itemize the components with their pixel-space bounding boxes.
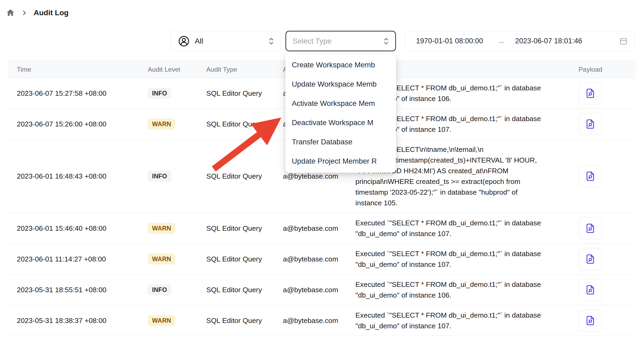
row-comment: Executed `"SELECT * FROM db_ui_demo.t1;"… [355, 244, 572, 274]
audit-level-badge: WARN [148, 119, 175, 130]
row-audit-type: SQL Editor Query [206, 172, 262, 180]
row-audit-type: SQL Editor Query [206, 317, 262, 325]
table-row: 2023-06-01 15:46:40 +08:00 WARN SQL Edit… [8, 213, 636, 244]
file-search-icon [585, 88, 596, 99]
row-audit-type: SQL Editor Query [206, 120, 262, 128]
type-dropdown-option[interactable]: Activate Workspace Mem [285, 94, 396, 113]
date-range-arrow-icon: → [497, 37, 505, 46]
partial-next-row [8, 336, 636, 339]
date-range-start[interactable]: 1970-01-01 08:00:00 [416, 37, 483, 45]
audit-level-badge: WARN [148, 315, 175, 326]
calendar-icon [619, 37, 628, 46]
payload-view-button[interactable] [579, 279, 602, 301]
row-comment: Executed `"SELECT * FROM db_ui_demo.t1;"… [355, 275, 572, 305]
type-dropdown-option[interactable]: Update Workspace Memb [285, 75, 396, 94]
row-actor: a@bytebase.com [283, 224, 338, 233]
payload-view-button[interactable] [579, 217, 602, 239]
row-audit-type: SQL Editor Query [206, 286, 262, 294]
audit-level-badge: INFO [148, 284, 171, 295]
row-time: 2023-05-31 18:38:37 +08:00 [17, 317, 106, 325]
row-time: 2023-06-07 15:27:58 +08:00 [17, 89, 106, 98]
audit-level-badge: WARN [148, 223, 175, 234]
column-header-audit-level: Audit Level [148, 61, 180, 78]
payload-view-button[interactable] [579, 248, 602, 270]
row-audit-type: SQL Editor Query [206, 255, 262, 263]
row-actor: a@bytebase.com [283, 286, 338, 294]
payload-view-button[interactable] [579, 82, 602, 104]
up-down-chevrons-icon [382, 36, 390, 46]
date-range-picker[interactable]: 1970-01-01 08:00:00 → 2023-06-07 18:01:4… [405, 31, 635, 51]
date-range-end[interactable]: 2023-06-07 18:01:46 [515, 37, 582, 45]
row-comment: Executed `"SELECT * FROM db_ui_demo.t1;"… [355, 213, 572, 244]
type-dropdown-option[interactable]: Create Workspace Memb [285, 55, 396, 75]
file-search-icon [585, 315, 596, 326]
actor-filter-select[interactable]: All [170, 31, 281, 51]
person-circle-icon [178, 35, 190, 47]
table-row: 2023-05-31 18:38:37 +08:00 WARN SQL Edit… [8, 305, 636, 336]
row-time: 2023-06-01 11:14:27 +08:00 [17, 255, 106, 263]
file-search-icon [585, 284, 596, 295]
table-row: 2023-06-01 11:14:27 +08:00 WARN SQL Edit… [8, 244, 636, 275]
row-audit-type: SQL Editor Query [206, 224, 262, 233]
row-actor: a@bytebase.com [283, 172, 338, 180]
breadcrumb: Audit Log [6, 7, 69, 19]
file-search-icon [585, 223, 596, 234]
column-header-payload: Payload [579, 61, 602, 78]
type-dropdown-option[interactable]: Update Project Member R [285, 152, 396, 171]
audit-log-page: Audit Log All Select Type 1970-01-01 08:… [0, 0, 644, 339]
row-comment: Executed `"SELECT * FROM db_ui_demo.t1;"… [355, 305, 572, 336]
payload-view-button[interactable] [579, 165, 602, 187]
row-time: 2023-06-01 16:48:43 +08:00 [17, 172, 106, 180]
row-actor: a@bytebase.com [283, 255, 338, 263]
row-time: 2023-05-31 18:55:51 +08:00 [17, 286, 106, 294]
audit-level-badge: INFO [148, 171, 171, 182]
type-filter-placeholder: Select Type [293, 37, 382, 45]
column-header-time: Time [17, 61, 31, 78]
file-search-icon [585, 118, 596, 130]
type-dropdown-menu: Create Workspace MembUpdate Workspace Me… [285, 53, 396, 173]
payload-view-button[interactable] [579, 113, 602, 135]
row-audit-type: SQL Editor Query [206, 89, 262, 98]
page-title: Audit Log [34, 9, 69, 17]
file-search-icon [585, 171, 596, 182]
row-time: 2023-06-01 15:46:40 +08:00 [17, 224, 106, 233]
type-dropdown-option[interactable]: Transfer Database [285, 132, 396, 152]
table-row: 2023-05-31 18:55:51 +08:00 INFO SQL Edit… [8, 275, 636, 305]
up-down-chevrons-icon [267, 36, 275, 46]
audit-level-badge: INFO [148, 88, 171, 99]
row-time: 2023-06-07 15:26:00 +08:00 [17, 120, 106, 128]
type-filter-select[interactable]: Select Type [285, 31, 396, 51]
chevron-right-icon [21, 9, 28, 16]
column-header-audit-type: Audit Type [206, 61, 237, 78]
row-actor: a@bytebase.com [283, 317, 338, 325]
home-icon[interactable] [6, 8, 15, 17]
payload-view-button[interactable] [579, 310, 602, 332]
actor-filter-value: All [195, 37, 263, 45]
file-search-icon [585, 253, 596, 265]
audit-level-badge: WARN [148, 254, 175, 265]
type-dropdown-option[interactable]: Deactivate Workspace M [285, 113, 396, 132]
